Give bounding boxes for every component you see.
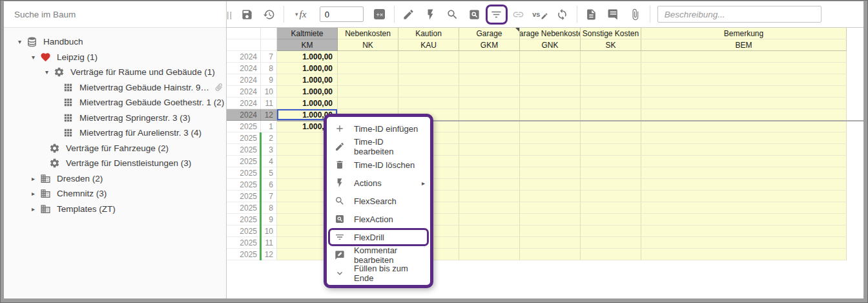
caret-down-icon[interactable]: ▾ <box>26 54 40 61</box>
grid-cell[interactable] <box>459 225 520 237</box>
tree-item[interactable]: ▸Chemnitz (3) <box>4 186 226 202</box>
row-header-year[interactable]: 2024 <box>227 86 261 98</box>
grid-cell[interactable] <box>398 51 459 63</box>
row-header-month[interactable]: 10 <box>261 225 277 237</box>
grid-cell[interactable] <box>459 121 520 132</box>
row-header-year[interactable]: 2025 <box>227 167 261 179</box>
row-header-year[interactable]: 2024 <box>227 98 261 109</box>
grid-cell[interactable] <box>459 237 520 249</box>
grid-cell[interactable] <box>581 63 641 74</box>
grid-cell[interactable] <box>641 121 847 132</box>
grid-cell[interactable] <box>581 167 641 179</box>
tree-item[interactable]: Verträge für Dienstleistungen (3) <box>4 156 226 171</box>
grid-cell[interactable] <box>520 63 581 74</box>
caret-down-icon[interactable]: ▾ <box>13 38 26 45</box>
caret-right-icon[interactable]: ▸ <box>26 205 40 213</box>
row-header-year[interactable]: 2024 <box>227 109 261 121</box>
attachment-icon[interactable] <box>625 4 646 25</box>
caret-down-icon[interactable]: ▾ <box>40 68 54 76</box>
grid-cell[interactable] <box>641 202 847 214</box>
row-header-month[interactable]: 2 <box>261 132 277 144</box>
grid-cell[interactable] <box>641 132 847 144</box>
grid-cell[interactable] <box>459 63 520 74</box>
row-header-year[interactable]: 2024 <box>227 51 261 63</box>
filter-icon[interactable] <box>486 5 508 25</box>
row-header-year[interactable]: 2025 <box>227 179 261 191</box>
grid-cell[interactable] <box>641 225 847 237</box>
row-header-year[interactable]: 2025 <box>227 156 261 167</box>
grid-cell[interactable] <box>459 98 520 109</box>
grid-cell[interactable] <box>520 202 581 214</box>
grid-cell[interactable] <box>581 191 641 202</box>
grid-cell[interactable] <box>641 144 847 156</box>
grid-cell[interactable] <box>641 63 847 74</box>
tree-item[interactable]: Mietvertrag Springerstr. 3 (3) <box>4 110 226 126</box>
tree-item[interactable]: Mietvertrag für Aurelienstr. 3 (4) <box>4 125 226 141</box>
menu-item-time-id-l-schen[interactable]: Time-ID löschen <box>327 156 430 174</box>
grid-cell[interactable] <box>398 74 459 86</box>
grid-cell[interactable] <box>338 98 398 109</box>
grid-cell[interactable] <box>520 237 581 249</box>
document-icon[interactable] <box>581 4 603 25</box>
row-header-month[interactable]: 10 <box>261 86 277 98</box>
row-header-month[interactable]: 11 <box>261 237 277 249</box>
description-input[interactable] <box>657 6 822 23</box>
grid-cell[interactable] <box>459 109 520 121</box>
grid-cell[interactable] <box>581 225 641 237</box>
grid-cell[interactable] <box>581 109 641 121</box>
row-header-year[interactable]: 2025 <box>227 214 261 225</box>
grid-cell[interactable] <box>338 74 398 86</box>
grid-cell[interactable] <box>581 132 641 144</box>
menu-item-f-llen-bis-zum-ende[interactable]: Füllen bis zum Ende <box>327 264 430 282</box>
grid-cell[interactable] <box>459 74 520 86</box>
grid-cell[interactable] <box>641 167 847 179</box>
grid-cell[interactable] <box>520 156 581 167</box>
grid-cell[interactable] <box>338 63 398 74</box>
row-header-month[interactable]: 9 <box>261 74 277 86</box>
grid-cell[interactable] <box>641 98 847 109</box>
formula-fx-icon[interactable]: ▾fx <box>290 4 312 25</box>
grid-cell[interactable] <box>581 214 641 225</box>
grid-cell[interactable] <box>459 132 520 144</box>
grid-cell[interactable] <box>520 249 581 260</box>
tree-item[interactable]: Verträge für Fahrzeuge (2) <box>4 141 226 156</box>
menu-item-flexsearch[interactable]: FlexSearch <box>327 192 430 210</box>
grid-cell[interactable] <box>641 191 847 202</box>
grid-cell[interactable] <box>398 86 459 98</box>
tree-item[interactable]: ▾Leipzig (1) <box>4 50 226 65</box>
grid-cell[interactable] <box>520 214 581 225</box>
column-header-km[interactable]: Kaltmiete <box>277 28 338 39</box>
grid-cell[interactable] <box>520 86 581 98</box>
row-header-year[interactable]: 2025 <box>227 144 261 156</box>
grid-cell[interactable]: 1.000,00 <box>277 98 338 109</box>
row-header-month[interactable]: 5 <box>261 167 277 179</box>
row-header-year[interactable]: 2025 <box>227 191 261 202</box>
tree-item[interactable]: ▸Dresden (2) <box>4 171 226 187</box>
grid-cell[interactable] <box>338 86 398 98</box>
row-header-month[interactable]: 1 <box>261 121 277 132</box>
tree-item[interactable]: ▸Templates (ZT) <box>4 202 226 217</box>
grid-cell[interactable] <box>641 156 847 167</box>
row-header-month[interactable]: 4 <box>261 156 277 167</box>
grid-cell[interactable] <box>581 51 641 63</box>
drag-handle-icon[interactable]: || <box>227 10 232 19</box>
caret-right-icon[interactable]: ▸ <box>26 190 40 197</box>
row-header-month[interactable]: 3 <box>261 144 277 156</box>
menu-item-kommentar-bearbeiten[interactable]: Kommentar bearbeiten <box>327 246 430 264</box>
grid-cell[interactable] <box>581 86 641 98</box>
grid-cell[interactable]: 1.000,00 <box>277 63 338 74</box>
caret-right-icon[interactable]: ▸ <box>26 175 40 182</box>
grid-cell[interactable] <box>641 237 847 249</box>
grid-cell[interactable] <box>520 179 581 191</box>
menu-item-flexaction[interactable]: FlexAction <box>327 210 430 228</box>
column-header-sk[interactable]: Sonstige Kosten <box>581 28 641 39</box>
comment-icon[interactable] <box>603 4 625 25</box>
row-header-month[interactable]: 11 <box>261 98 277 109</box>
column-code-bem[interactable]: BEM <box>641 39 847 51</box>
grid-cell[interactable] <box>459 214 520 225</box>
grid-cell[interactable] <box>459 51 520 63</box>
menu-item-flexdrill[interactable]: FlexDrill <box>328 228 429 246</box>
grid-cell[interactable] <box>581 156 641 167</box>
row-header-month[interactable]: 12 <box>261 109 277 121</box>
row-header-year[interactable]: 2025 <box>227 249 261 260</box>
